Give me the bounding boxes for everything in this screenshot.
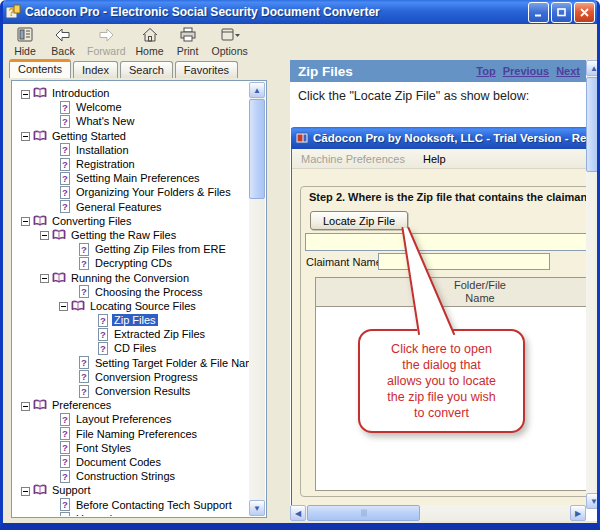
top-link[interactable]: Top: [476, 65, 495, 77]
help-page-icon: ?: [78, 285, 90, 298]
scrollbar-thumb[interactable]: [586, 77, 600, 172]
home-button[interactable]: Home: [132, 25, 168, 58]
tree-item[interactable]: ? Welcome: [13, 100, 249, 114]
tree-item[interactable]: ? Construction Strings: [13, 469, 249, 483]
tree-item[interactable]: ? Getting Started: [13, 129, 249, 143]
scroll-left-icon[interactable]: ◀: [290, 505, 306, 521]
tab-contents[interactable]: Contents: [9, 59, 71, 78]
tree-item[interactable]: ? Conversion Results: [13, 384, 249, 398]
tree-item-label: Introduction: [50, 87, 111, 99]
maximize-button[interactable]: [551, 2, 572, 23]
locate-zip-file-button: Locate Zip File: [310, 211, 408, 230]
tree-item[interactable]: ? CD Files: [13, 341, 249, 355]
collapse-expander-icon[interactable]: [21, 401, 30, 410]
tree-item[interactable]: ? What's New: [13, 114, 249, 128]
print-button[interactable]: Print: [170, 25, 206, 58]
svg-text:?: ?: [62, 414, 68, 425]
screenshot-title-bar: Cādocon Pro by Nooksoft, LLC - Trial Ver…: [291, 127, 586, 149]
collapse-expander-icon[interactable]: [21, 486, 30, 495]
contents-scrollbar[interactable]: ▲ ▼: [249, 82, 265, 516]
minimize-button[interactable]: [528, 2, 549, 23]
tree-item[interactable]: ? Before Contacting Tech Support: [13, 497, 249, 511]
cadocon-app-icon: [295, 131, 309, 145]
tree-item[interactable]: ? Document Codes: [13, 455, 249, 469]
tree-item-label: Setting Main Preferences: [74, 172, 202, 184]
help-page-icon: ?: [97, 328, 109, 341]
previous-link[interactable]: Previous: [503, 65, 549, 77]
tree-item[interactable]: ? Getting the Raw Files: [13, 228, 249, 242]
close-button[interactable]: [574, 2, 595, 23]
tree-item[interactable]: ? Font Styles: [13, 441, 249, 455]
tree-item-label: File Naming Preferences: [74, 428, 199, 440]
svg-text:?: ?: [62, 102, 68, 113]
tree-item-label: General Features: [74, 201, 164, 213]
tree-item[interactable]: ? Layout Preferences: [13, 412, 249, 426]
tab-favorites[interactable]: Favorites: [175, 61, 238, 78]
tree-item-label: Layout Preferences: [74, 413, 173, 425]
tree-item[interactable]: ? File Naming Preferences: [13, 427, 249, 441]
next-link[interactable]: Next: [556, 65, 580, 77]
window-title: Cadocon Pro - Electronic Social Security…: [25, 5, 524, 19]
tree-item[interactable]: ? Zip Files: [13, 313, 249, 327]
topic-vertical-scrollbar[interactable]: ▲ ▼: [586, 60, 600, 509]
help-page-icon: ?: [59, 172, 71, 185]
tree-item[interactable]: ? Installation: [13, 143, 249, 157]
tree-item[interactable]: ? Registration: [13, 157, 249, 171]
tree-item[interactable]: ? Preferences: [13, 398, 249, 412]
claimant-name-label: Claimant Name:: [306, 256, 385, 268]
svg-text:?: ?: [62, 144, 68, 155]
hide-label: Hide: [14, 45, 36, 57]
tree-item[interactable]: ? Choosing the Process: [13, 285, 249, 299]
tree-item[interactable]: ? Organizing Your Folders & Files: [13, 185, 249, 199]
scroll-down-icon[interactable]: ▼: [586, 493, 600, 509]
tree-item-label: Locating Source Files: [88, 300, 198, 312]
scrollbar-thumb[interactable]: [307, 505, 420, 521]
help-page-icon: ?: [59, 455, 71, 468]
svg-text:?: ?: [81, 371, 87, 382]
collapse-expander-icon[interactable]: [21, 216, 30, 225]
scroll-up-icon[interactable]: ▲: [586, 60, 600, 76]
tree-item[interactable]: ? Support: [13, 483, 249, 497]
tree-item[interactable]: ? Introduction: [13, 86, 249, 100]
options-button[interactable]: Options: [208, 25, 252, 58]
tree-item[interactable]: ? Running the Conversion: [13, 270, 249, 284]
collapse-expander-icon[interactable]: [21, 131, 30, 140]
tree-item[interactable]: ? General Features: [13, 200, 249, 214]
forward-button[interactable]: Forward: [83, 25, 130, 58]
tree-item[interactable]: ? Conversion Progress: [13, 370, 249, 384]
collapse-expander-icon[interactable]: [40, 273, 49, 282]
collapse-expander-icon[interactable]: [59, 301, 68, 310]
scroll-right-icon[interactable]: ▶: [570, 505, 586, 521]
scroll-up-icon[interactable]: ▲: [249, 82, 265, 98]
scroll-down-icon[interactable]: ▼: [249, 500, 265, 516]
svg-text:?: ?: [62, 116, 68, 127]
back-button[interactable]: Back: [45, 25, 81, 58]
tree-item[interactable]: ? Decrypting CDs: [13, 256, 249, 270]
tree-item-label: Welcome: [74, 101, 124, 113]
scrollbar-thumb[interactable]: [249, 99, 265, 199]
collapse-expander-icon[interactable]: [21, 89, 30, 98]
tree-item[interactable]: ? Converting Files: [13, 214, 249, 228]
collapse-expander-icon[interactable]: [40, 230, 49, 239]
help-page-icon: ?: [97, 342, 109, 355]
help-page-icon: ?: [59, 143, 71, 156]
tree-item[interactable]: ? Getting Zip Files from ERE: [13, 242, 249, 256]
svg-text:?: ?: [100, 315, 106, 326]
tree-item-label: Converting Files: [50, 215, 133, 227]
tree-item[interactable]: ? Extracted Zip Files: [13, 327, 249, 341]
tree-item[interactable]: ? Locating Source Files: [13, 299, 249, 313]
help-page-icon: ?: [59, 427, 71, 440]
tree-item[interactable]: ? Setting Main Preferences: [13, 171, 249, 185]
topic-horizontal-scrollbar[interactable]: ◀ ▶: [290, 505, 586, 521]
tab-search[interactable]: Search: [120, 61, 173, 78]
tree-item-label: Support: [50, 484, 93, 496]
tree-item[interactable]: ? Setting Target Folder & File Name: [13, 356, 249, 370]
book-icon: [33, 215, 47, 227]
tree-item-label: Extracted Zip Files: [112, 328, 207, 340]
tab-index[interactable]: Index: [73, 61, 118, 78]
tree-item-label: Construction Strings: [74, 470, 177, 482]
step2-label: Step 2. Where is the Zip file that conta…: [309, 191, 586, 203]
svg-text:?: ?: [81, 357, 87, 368]
tree-item[interactable]: ? Upgrades: [13, 512, 249, 516]
hide-button[interactable]: Hide: [7, 25, 43, 58]
